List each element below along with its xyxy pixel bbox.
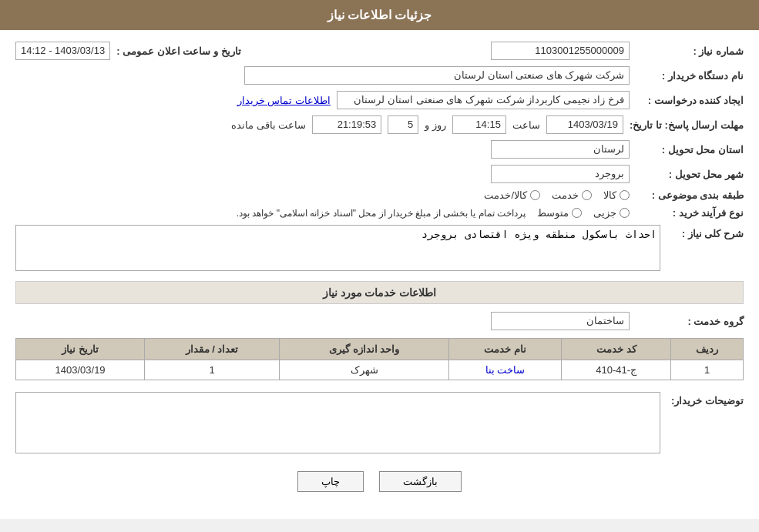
- row-shahrTahvil: شهر محل تحویل : بروجرد: [15, 165, 744, 183]
- table-header-row: ردیف کد خدمت نام خدمت واحد اندازه گیری ت…: [16, 339, 744, 360]
- ijadKonande-value: فرخ زاد نجیمی کاربرداز شرکت شهرک های صنع…: [337, 91, 630, 109]
- shahrTahvil-value: بروجرد: [491, 165, 630, 183]
- shomareNiaz-label: شماره نیاز :: [636, 45, 744, 57]
- buyer-notes-row: توضیحات خریدار:: [15, 392, 744, 456]
- cell-vahedAndaze: شهرک: [279, 360, 448, 380]
- radio-jozvi: جزیی: [593, 207, 630, 219]
- sharhKoli-label: شرح کلی نیاز :: [667, 225, 744, 239]
- mohlatSaat-label: ساعت: [512, 119, 540, 131]
- services-section: ردیف کد خدمت نام خدمت واحد اندازه گیری ت…: [15, 338, 744, 380]
- col-namKhadamat: نام خدمت: [449, 339, 562, 360]
- groheKhadamat-value: ساختمان: [491, 312, 630, 330]
- tabaqeBandi-label: طبقه بندی موضوعی :: [636, 189, 744, 201]
- toseifatKharidar-label: توضیحات خریدار:: [667, 392, 744, 407]
- row-shomareNiaz: شماره نیاز : 1103001255000009 تاریخ و سا…: [15, 42, 744, 60]
- ostanTahvil-value: لرستان: [491, 140, 630, 159]
- radio-kala-input[interactable]: [620, 190, 630, 200]
- radio-kalaKhadamat: کالا/خدمت: [484, 189, 540, 201]
- radio-khadamat-input[interactable]: [582, 190, 592, 200]
- buyer-notes-section: توضیحات خریدار:: [15, 392, 744, 456]
- radio-kalaKhadamat-label: کالا/خدمت: [484, 189, 527, 201]
- chap-button[interactable]: چاپ: [297, 471, 364, 492]
- radio-khadamat: خدمت: [552, 189, 592, 201]
- radio-motavasset-input[interactable]: [572, 208, 582, 218]
- mohlatSaat-value: 14:15: [452, 115, 506, 134]
- toseifatKharidar-container: [15, 392, 660, 456]
- services-table: ردیف کد خدمت نام خدمت واحد اندازه گیری ت…: [15, 338, 744, 380]
- radio-kala: کالا: [603, 189, 630, 201]
- content-area: شماره نیاز : 1103001255000009 تاریخ و سا…: [0, 30, 759, 519]
- noeFarayand-radiogroup: جزیی متوسط پرداخت تمام یا بخشی از مبلغ خ…: [237, 207, 630, 219]
- col-vahedAndaze: واحد اندازه گیری: [279, 339, 448, 360]
- mohlatRooz-label: روز و: [425, 119, 446, 131]
- mohlatDate-value: 1403/03/19: [546, 115, 623, 134]
- groheKhadamat-label: گروه خدمت :: [636, 316, 744, 327]
- cell-namKhadamat: ساخت بنا: [449, 360, 562, 380]
- col-kodKhadamat: کد خدمت: [562, 339, 671, 360]
- radio-motavasset: متوسط: [537, 207, 582, 219]
- tarikhAelan-value: 1403/03/13 - 14:12: [15, 42, 110, 60]
- cell-tedad: 1: [145, 360, 280, 380]
- radio-kalaKhadamat-input[interactable]: [530, 190, 540, 200]
- cell-tarikhNiaz: 1403/03/19: [16, 360, 145, 380]
- mohlatErsalPasokh-label: مهلت ارسال پاسخ: تا تاریخ:: [630, 119, 744, 131]
- ijadKonande-label: ایجاد کننده درخواست :: [636, 95, 744, 106]
- radio-jozvi-input[interactable]: [620, 208, 630, 218]
- noeFarayand-label: نوع فرآیند خرید :: [636, 207, 744, 219]
- row-mohlatErsalPasokh: مهلت ارسال پاسخ: تا تاریخ: 1403/03/19 سا…: [15, 115, 744, 134]
- tabaqeBandi-radiogroup: کالا خدمت کالا/خدمت: [484, 189, 630, 201]
- row-ostanTahvil: استان محل تحویل : لرستان: [15, 140, 744, 159]
- col-radif: ردیف: [671, 339, 744, 360]
- radio-khadamat-label: خدمت: [552, 189, 579, 201]
- header-bar: جزئیات اطلاعات نیاز: [0, 0, 759, 30]
- sharhKoli-container: [15, 225, 660, 273]
- table-row: 1ج-41-410ساخت بناشهرک11403/03/19: [16, 360, 744, 380]
- shomareNiaz-value: 1103001255000009: [491, 42, 630, 60]
- page-title: جزئیات اطلاعات نیاز: [327, 8, 432, 22]
- radio-motavasset-label: متوسط: [537, 207, 569, 219]
- row-groheKhadamat: گروه خدمت : ساختمان: [15, 312, 744, 330]
- tarikhAelan-label: تاریخ و ساعت اعلان عمومی :: [116, 45, 240, 57]
- mohlatSaatMande-label: ساعت باقی مانده: [231, 119, 306, 131]
- col-tedad: تعداد / مقدار: [145, 339, 280, 360]
- ettelaatTamas-link[interactable]: اطلاعات تماس خریدار: [237, 95, 331, 106]
- col-tarikhNiaz: تاریخ نیاز: [16, 339, 145, 360]
- services-section-title: اطلاعات خدمات مورد نیاز: [15, 281, 744, 304]
- bazgasht-button[interactable]: بازگشت: [379, 471, 462, 492]
- sharhkoli-section: شرح کلی نیاز :: [15, 225, 744, 273]
- farayand-note: پرداخت تمام یا بخشی از مبلغ خریدار از مح…: [237, 208, 526, 219]
- cell-kodKhadamat: ج-41-410: [562, 360, 671, 380]
- row-noeFarayand: نوع فرآیند خرید : جزیی متوسط پرداخت تمام…: [15, 207, 744, 219]
- row-ijadKonande: ایجاد کننده درخواست : فرخ زاد نجیمی کارب…: [15, 91, 744, 109]
- bottom-buttons: بازگشت چاپ: [15, 471, 744, 492]
- row-tabaqeBandi: طبقه بندی موضوعی : کالا خدمت کالا/خدمت: [15, 189, 744, 201]
- cell-radif: 1: [671, 360, 744, 380]
- mohlatSaatMande-value: 21:19:53: [312, 115, 381, 134]
- page-container: جزئیات اطلاعات نیاز شماره نیاز : 1103001…: [0, 0, 759, 519]
- namDastgah-label: نام دستگاه خریدار :: [636, 70, 744, 82]
- radio-jozvi-label: جزیی: [593, 207, 616, 219]
- toseifatKharidar-textarea[interactable]: [15, 392, 660, 453]
- shahrTahvil-label: شهر محل تحویل :: [636, 169, 744, 180]
- sharhKoli-textarea[interactable]: [15, 225, 660, 271]
- row-namDastgah: نام دستگاه خریدار : شرکت شهرک های صنعتی …: [15, 66, 744, 85]
- ostanTahvil-label: استان محل تحویل :: [636, 144, 744, 156]
- mohlatRooz-value: 5: [388, 115, 418, 134]
- namDastgah-value: شرکت شهرک های صنعتی استان لرستان: [244, 66, 630, 85]
- radio-kala-label: کالا: [603, 189, 616, 201]
